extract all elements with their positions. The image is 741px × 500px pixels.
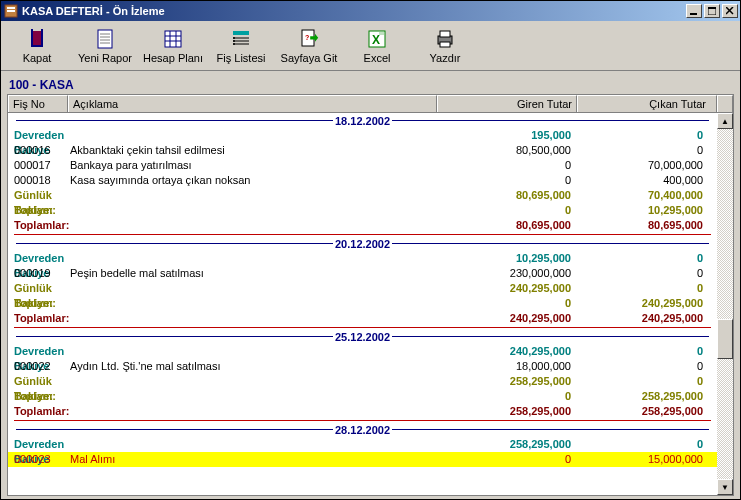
col-in[interactable]: Giren Tutar [437, 95, 577, 112]
toolbar: Kapat Yeni Rapor Hesap Planı Fiş Listesi… [1, 21, 740, 71]
table-row[interactable]: Bakiye:010,295,000 [8, 203, 717, 218]
table-row[interactable]: Devreden Bakiye240,295,0000 [8, 344, 717, 359]
highlighted-row[interactable]: 000023Mal Alımı015,000,000 [8, 452, 717, 467]
date-separator: 20.12.2002 [8, 236, 717, 251]
table-row[interactable]: Devreden Bakiye10,295,0000 [8, 251, 717, 266]
cell-desc [70, 311, 431, 326]
cell-desc [70, 389, 431, 404]
table-row[interactable]: 000018Kasa sayımında ortaya çıkan noksan… [8, 173, 717, 188]
col-fisno[interactable]: Fiş No [8, 95, 68, 112]
svg-rect-33 [379, 32, 384, 35]
svg-rect-10 [41, 29, 43, 47]
cell-fisno: Devreden Bakiye [14, 251, 70, 266]
exit-icon [27, 28, 47, 50]
svg-rect-5 [708, 7, 716, 9]
scroll-track-lower[interactable] [717, 359, 733, 479]
maximize-button[interactable] [704, 4, 720, 18]
vertical-scrollbar[interactable]: ▲ ▼ [717, 113, 733, 495]
chart-plan-button[interactable]: Hesap Planı [141, 24, 205, 68]
scroll-track-upper[interactable] [717, 129, 733, 319]
scroll-up-button[interactable]: ▲ [717, 113, 733, 129]
close-toolbar-button[interactable]: Kapat [5, 24, 69, 68]
close-button[interactable] [722, 4, 738, 18]
report-grid: Fiş No Açıklama Giren Tutar Çıkan Tutar … [7, 94, 734, 496]
table-row[interactable]: 000016Akbanktaki çekin tahsil edilmesi80… [8, 143, 717, 158]
cell-desc [70, 218, 431, 233]
table-row[interactable]: 000019Peşin bedelle mal satılması230,000… [8, 266, 717, 281]
table-row[interactable]: Bakiye:0258,295,000 [8, 389, 717, 404]
cell-in: 18,000,000 [431, 359, 571, 374]
table-row[interactable]: Günlük Toplam:258,295,0000 [8, 374, 717, 389]
table-row[interactable]: 000022Aydın Ltd. Şti.'ne mal satılması18… [8, 359, 717, 374]
receipt-list-button[interactable]: Fiş Listesi [209, 24, 273, 68]
table-row[interactable]: Günlük Toplam:240,295,0000 [8, 281, 717, 296]
date-label: 25.12.2002 [335, 331, 390, 343]
table-row[interactable]: Devreden Bakiye258,295,0000 [8, 437, 717, 452]
cell-in: 80,500,000 [431, 143, 571, 158]
goto-page-button[interactable]: ? Sayfaya Git [277, 24, 341, 68]
cell-fisno: Devreden Bakiye [14, 344, 70, 359]
cell-desc [70, 296, 431, 311]
goto-icon: ? [299, 28, 319, 50]
table-row[interactable]: Devreden Bakiye195,0000 [8, 128, 717, 143]
minimize-button[interactable] [686, 4, 702, 18]
table-row[interactable]: Günlük Toplam:80,695,00070,400,000 [8, 188, 717, 203]
print-button[interactable]: Yazdır [413, 24, 477, 68]
svg-rect-2 [7, 10, 15, 12]
svg-rect-8 [33, 31, 41, 45]
date-separator: 18.12.2002 [8, 113, 717, 128]
printer-icon [435, 28, 455, 50]
svg-rect-1 [7, 7, 15, 9]
cell-out: 240,295,000 [571, 296, 711, 311]
cell-out: 258,295,000 [571, 389, 711, 404]
col-desc[interactable]: Açıklama [68, 95, 437, 112]
scroll-down-button[interactable]: ▼ [717, 479, 733, 495]
titlebar: KASA DEFTERİ - Ön İzleme [1, 1, 740, 21]
list-icon [231, 28, 251, 50]
cell-in: 195,000 [431, 128, 571, 143]
cell-in: 240,295,000 [431, 311, 571, 326]
cell-fisno: Bakiye: [14, 296, 70, 311]
cell-fisno: 000016 [14, 143, 70, 158]
table-row[interactable]: 000017Bankaya para yatırılması070,000,00… [8, 158, 717, 173]
cell-in: 0 [431, 452, 571, 467]
app-icon [3, 3, 19, 19]
table-row[interactable]: Toplamlar:258,295,000258,295,000 [8, 404, 717, 419]
cell-desc [70, 203, 431, 218]
cell-out: 70,400,000 [571, 188, 711, 203]
cell-out: 0 [571, 437, 711, 452]
cell-out: 0 [571, 251, 711, 266]
table-row[interactable]: Bakiye:0240,295,000 [8, 296, 717, 311]
section-divider [14, 420, 711, 421]
cell-desc [70, 404, 431, 419]
cell-in: 10,295,000 [431, 251, 571, 266]
cell-desc: Aydın Ltd. Şti.'ne mal satılması [70, 359, 431, 374]
cell-out: 0 [571, 128, 711, 143]
svg-rect-17 [165, 31, 181, 47]
date-label: 20.12.2002 [335, 238, 390, 250]
cell-desc [70, 374, 431, 389]
cell-out: 0 [571, 359, 711, 374]
account-title: 100 - KASA [7, 75, 734, 94]
cell-fisno: Devreden Bakiye [14, 128, 70, 143]
cell-fisno: Günlük Toplam: [14, 188, 70, 203]
excel-button[interactable]: X Excel [345, 24, 409, 68]
cell-in: 0 [431, 296, 571, 311]
section-divider [14, 327, 711, 328]
grid-body: 18.12.2002Devreden Bakiye195,0000000016A… [8, 113, 717, 495]
col-out[interactable]: Çıkan Tutar [577, 95, 717, 112]
new-report-button[interactable]: Yeni Rapor [73, 24, 137, 68]
grid-header: Fiş No Açıklama Giren Tutar Çıkan Tutar [8, 95, 733, 113]
cell-desc: Mal Alımı [70, 452, 431, 467]
cell-in: 240,295,000 [431, 281, 571, 296]
scroll-thumb[interactable] [717, 319, 733, 359]
grid-icon [163, 28, 183, 50]
cell-desc: Kasa sayımında ortaya çıkan noksan [70, 173, 431, 188]
cell-out: 400,000 [571, 173, 711, 188]
table-row[interactable]: Toplamlar:80,695,00080,695,000 [8, 218, 717, 233]
table-row[interactable]: Toplamlar:240,295,000240,295,000 [8, 311, 717, 326]
document-icon [95, 28, 115, 50]
date-label: 18.12.2002 [335, 115, 390, 127]
cell-in: 80,695,000 [431, 218, 571, 233]
cell-desc: Akbanktaki çekin tahsil edilmesi [70, 143, 431, 158]
